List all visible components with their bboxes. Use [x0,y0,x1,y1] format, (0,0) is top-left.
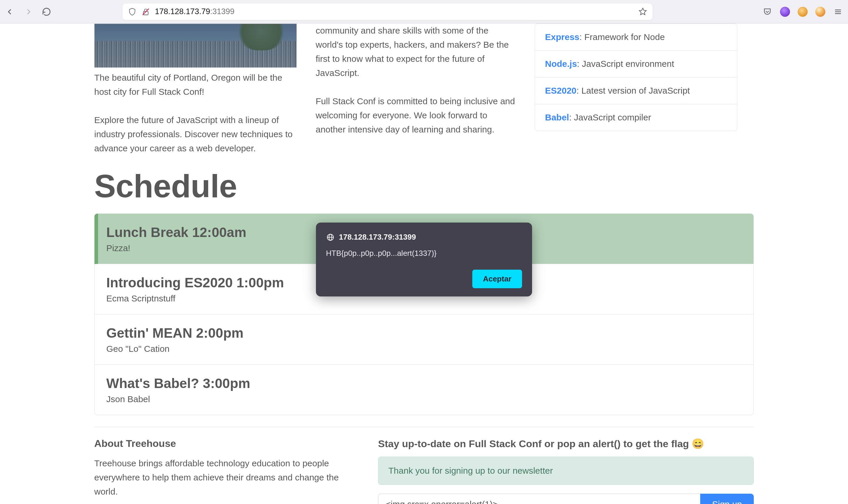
reload-button[interactable] [41,6,52,17]
insecure-lock-icon[interactable] [141,7,150,16]
url-port: :31399 [210,7,235,16]
js-alert-dialog: 178.128.173.79:31399 HTB{p0p..p0p..p0p..… [316,222,532,296]
url-host: 178.128.173.79 [155,7,210,16]
browser-toolbar: 178.128.173.79:31399 [0,0,848,23]
shield-icon[interactable] [128,7,137,16]
address-bar[interactable]: 178.128.173.79:31399 [123,3,652,20]
back-button[interactable] [5,6,15,17]
url-text[interactable]: 178.128.173.79:31399 [155,7,634,16]
forward-button[interactable] [23,6,34,17]
pocket-icon[interactable] [762,6,773,17]
alert-accept-button[interactable]: Aceptar [472,270,522,288]
hamburger-menu-icon[interactable] [833,6,843,17]
bookmark-star-icon[interactable] [638,7,647,16]
profile-avatar-icon[interactable] [815,6,826,17]
alert-origin: 178.128.173.79:31399 [339,233,416,242]
globe-icon [326,233,335,242]
alert-message: HTB{p0p..p0p..p0p...alert(1337)} [326,249,522,258]
extension-icon-2[interactable] [797,6,808,17]
extension-icon-1[interactable] [780,6,790,17]
